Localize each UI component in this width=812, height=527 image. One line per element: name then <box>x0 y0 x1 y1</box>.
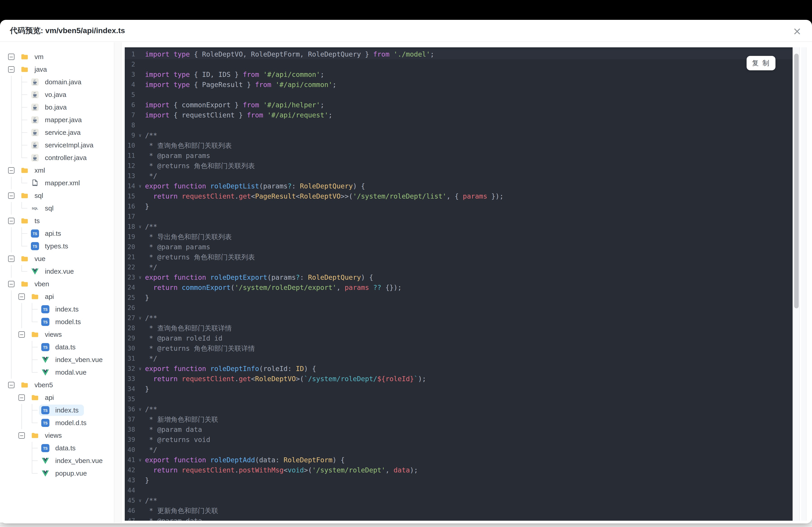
code-text: * 导出角色和部门关联列表 <box>145 232 793 242</box>
editor-scrollbar-thumb[interactable] <box>794 54 799 308</box>
line-number: 25 <box>125 292 135 303</box>
tree-item-content: vo.java <box>29 89 72 100</box>
dialog-scrollbar-track[interactable] <box>801 47 807 521</box>
svg-text:XML: XML <box>33 184 38 186</box>
code-text <box>145 485 793 495</box>
tree-item-xml[interactable]: xml <box>0 164 114 177</box>
tree-item-vben[interactable]: vben <box>0 278 114 290</box>
tree-item-vo-java[interactable]: vo.java <box>0 88 114 101</box>
tree-scrollbar-track[interactable] <box>114 42 121 523</box>
fold-arrow-icon[interactable]: ∨ <box>135 364 145 374</box>
tree-item-popup-vue[interactable]: popup.vue <box>0 467 114 480</box>
tree-item-vben5[interactable]: vben5 <box>0 379 114 391</box>
tree-item-java[interactable]: java <box>0 63 114 76</box>
tree-item-label: views <box>45 432 62 439</box>
code-line-10: 10 * 查询角色和部门关联列表 <box>125 140 793 151</box>
tree-item-model-d-ts[interactable]: TSmodel.d.ts <box>0 417 114 429</box>
ts-icon: TS <box>41 444 49 452</box>
fold-arrow-icon[interactable]: ∨ <box>135 455 145 465</box>
code-text: * @param data <box>145 516 793 521</box>
file-tree[interactable]: vmjavadomain.javavo.javabo.javamapper.ja… <box>0 42 114 523</box>
code-text: return requestClient.get<PageResult<Role… <box>145 191 793 201</box>
collapse-icon[interactable] <box>8 167 14 174</box>
code-line-22: 22 */ <box>125 262 793 272</box>
tree-item-label: model.ts <box>55 318 81 326</box>
gutter-spacer <box>135 49 145 59</box>
tree-item-sql[interactable]: sql <box>0 189 114 202</box>
fold-arrow-icon[interactable]: ∨ <box>135 130 145 140</box>
tree-item-serviceImpl-java[interactable]: serviceImpl.java <box>0 139 114 151</box>
fold-arrow-icon[interactable]: ∨ <box>135 404 145 414</box>
line-number: 46 <box>125 506 135 516</box>
tree-item-data-ts[interactable]: TSdata.ts <box>0 442 114 454</box>
tree-item-mapper-xml[interactable]: XMLmapper.xml <box>0 177 114 189</box>
tree-item-content: xml <box>18 165 50 176</box>
tree-item-label: index_vben.vue <box>55 356 103 364</box>
tree-item-model-ts[interactable]: TSmodel.ts <box>0 316 114 328</box>
folder-icon <box>31 292 39 301</box>
code-line-16: 16} <box>125 201 793 211</box>
tree-item-index-vue[interactable]: index.vue <box>0 265 114 278</box>
code-text: /** <box>145 404 793 414</box>
tree-item-label: vm <box>34 53 44 61</box>
tree-item-views[interactable]: views <box>0 429 114 442</box>
line-number: 47 <box>125 516 135 521</box>
tree-item-content: TSdata.ts <box>39 342 81 353</box>
tree-item-label: controller.java <box>45 154 87 162</box>
collapse-icon[interactable] <box>8 281 14 287</box>
collapse-icon[interactable] <box>8 218 14 224</box>
code-text: } <box>145 384 793 394</box>
tree-item-service-java[interactable]: service.java <box>0 126 114 139</box>
folder-icon <box>20 381 29 389</box>
copy-button[interactable]: 复 制 <box>746 56 775 70</box>
collapse-icon[interactable] <box>18 331 25 338</box>
gutter-spacer <box>135 374 145 384</box>
collapse-icon[interactable] <box>18 394 25 401</box>
line-number: 12 <box>125 161 135 171</box>
collapse-icon[interactable] <box>8 193 14 199</box>
tree-item-types-ts[interactable]: TStypes.ts <box>0 240 114 253</box>
code-line-38: 38 * @param data <box>125 424 793 435</box>
java-icon <box>31 116 39 124</box>
tree-item-domain-java[interactable]: domain.java <box>0 76 114 88</box>
line-number: 9 <box>125 130 135 140</box>
fold-arrow-icon[interactable]: ∨ <box>135 222 145 232</box>
close-icon[interactable]: × <box>790 24 804 38</box>
tree-item-vm[interactable]: vm <box>0 50 114 63</box>
folder-icon <box>31 394 39 402</box>
tree-item-index-ts[interactable]: TSindex.ts <box>0 404 114 417</box>
fold-arrow-icon[interactable]: ∨ <box>135 313 145 323</box>
tree-item-mapper-java[interactable]: mapper.java <box>0 114 114 126</box>
code-line-19: 19 * 导出角色和部门关联列表 <box>125 232 793 242</box>
collapse-icon[interactable] <box>18 432 25 439</box>
line-number: 14 <box>125 181 135 191</box>
tree-item-controller-java[interactable]: controller.java <box>0 151 114 164</box>
tree-item-ts[interactable]: ts <box>0 215 114 227</box>
tree-item-index_vben-vue[interactable]: index_vben.vue <box>0 454 114 467</box>
code-line-45: 45∨/** <box>125 495 793 506</box>
tree-item-api-ts[interactable]: TSapi.ts <box>0 227 114 240</box>
fold-arrow-icon[interactable]: ∨ <box>135 272 145 283</box>
tree-item-vue[interactable]: vue <box>0 253 114 265</box>
fold-arrow-icon[interactable]: ∨ <box>135 495 145 506</box>
collapse-icon[interactable] <box>8 54 14 60</box>
tree-item-sql[interactable]: SQLsql <box>0 202 114 215</box>
tree-item-bo-java[interactable]: bo.java <box>0 101 114 114</box>
tree-item-api[interactable]: api <box>0 391 114 404</box>
tree-item-data-ts[interactable]: TSdata.ts <box>0 341 114 353</box>
collapse-icon[interactable] <box>8 66 14 73</box>
tree-item-modal-vue[interactable]: modal.vue <box>0 366 114 379</box>
code-editor[interactable]: 1import type { RoleDeptVO, RoleDeptForm,… <box>125 47 793 521</box>
tree-item-views[interactable]: views <box>0 328 114 341</box>
collapse-icon[interactable] <box>8 382 14 388</box>
fold-arrow-icon[interactable]: ∨ <box>135 181 145 191</box>
tree-item-index_vben-vue[interactable]: index_vben.vue <box>0 353 114 366</box>
tree-item-index-ts[interactable]: TSindex.ts <box>0 303 114 316</box>
code-text: /** <box>145 313 793 323</box>
collapse-icon[interactable] <box>18 293 25 300</box>
folder-icon <box>31 330 39 338</box>
line-number: 5 <box>125 90 135 100</box>
tree-item-api[interactable]: api <box>0 290 114 303</box>
code-line-27: 27∨/** <box>125 313 793 323</box>
collapse-icon[interactable] <box>8 256 14 262</box>
